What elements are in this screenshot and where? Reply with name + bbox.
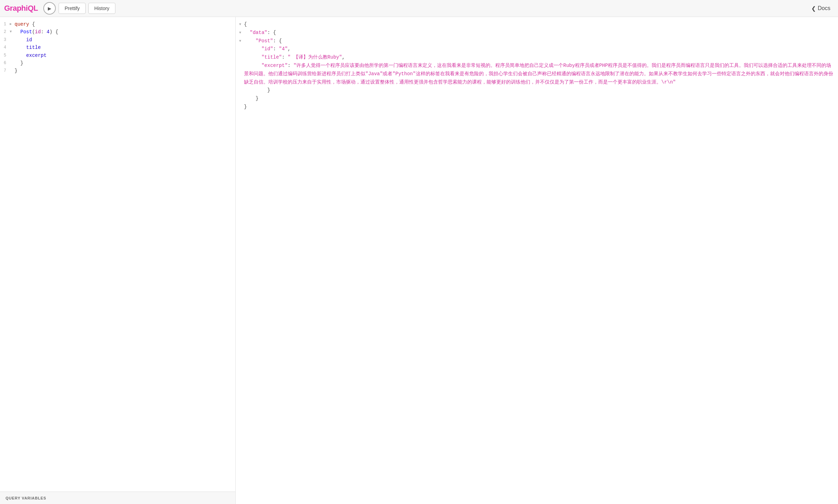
result-content-2: "data": {	[244, 29, 835, 37]
result-line-3: ▼ "Post": {	[236, 37, 838, 45]
fold-6	[10, 59, 15, 60]
app-title: GraphiQL	[4, 4, 38, 13]
query-variables-bar[interactable]: QUERY VARIABLES	[0, 492, 235, 504]
line-num-1: 1	[0, 20, 10, 28]
line-content-2: Post(id: 4) {	[15, 28, 235, 36]
query-variables-label: QUERY VARIABLES	[6, 496, 46, 500]
line-content-5: excerpt	[15, 52, 235, 59]
play-icon: ▶	[48, 6, 51, 11]
result-panel[interactable]: ▼ { ▼ "data": { ▼ "Post": { "id": "4", "…	[236, 17, 838, 504]
fold-4	[10, 44, 15, 45]
result-fold-6	[239, 62, 244, 63]
editor-line-7: 7 }	[0, 67, 235, 75]
result-line-7: }	[236, 86, 838, 95]
result-fold-3[interactable]: ▼	[239, 37, 244, 44]
result-fold-1[interactable]: ▼	[239, 20, 244, 27]
result-content-9: }	[244, 103, 835, 111]
line-content-4: title	[15, 44, 235, 51]
fold-5	[10, 52, 15, 53]
line-content-6: }	[15, 59, 235, 67]
docs-button[interactable]: ❮ Docs	[808, 3, 834, 14]
query-panel: 1 ▶ query { 2 ▼ Post(id: 4) { 3 id 4	[0, 17, 236, 504]
result-content-8: }	[244, 95, 835, 103]
result-content-7: }	[244, 86, 835, 95]
line-num-3: 3	[0, 36, 10, 43]
result-fold-5	[239, 53, 244, 54]
result-fold-2[interactable]: ▼	[239, 29, 244, 36]
result-line-4: "id": "4",	[236, 45, 838, 53]
result-content-5: "title": " 【译】为什么教Ruby",	[244, 53, 835, 62]
result-fold-7	[239, 86, 244, 87]
result-fold-9	[239, 103, 244, 104]
line-num-5: 5	[0, 52, 10, 59]
result-line-9: }	[236, 103, 838, 111]
line-content-1: query {	[15, 20, 235, 28]
main-area: 1 ▶ query { 2 ▼ Post(id: 4) { 3 id 4	[0, 17, 838, 504]
line-content-7: }	[15, 67, 235, 75]
result-content-3: "Post": {	[244, 37, 835, 45]
result-content-4: "id": "4",	[244, 45, 835, 53]
toolbar: GraphiQL ▶ Prettify History ❮ Docs	[0, 0, 838, 17]
fold-3	[10, 36, 15, 37]
history-button[interactable]: History	[88, 3, 115, 14]
result-line-8: }	[236, 95, 838, 103]
docs-label: Docs	[818, 5, 830, 11]
fold-7	[10, 67, 15, 68]
result-fold-4	[239, 45, 244, 46]
result-line-1: ▼ {	[236, 20, 838, 29]
result-fold-8	[239, 95, 244, 96]
line-content-3: id	[15, 36, 235, 44]
line-num-4: 4	[0, 44, 10, 51]
result-line-2: ▼ "data": {	[236, 29, 838, 37]
fold-2[interactable]: ▼	[10, 28, 15, 35]
result-content-6: "excerpt": "许多人觉得一个程序员应该要由他所学的第一门编程语言来定义…	[244, 62, 835, 86]
editor-line-1: 1 ▶ query {	[0, 20, 235, 28]
line-num-2: 2	[0, 28, 10, 35]
line-num-6: 6	[0, 59, 10, 67]
editor-line-4: 4 title	[0, 44, 235, 51]
editor-line-6: 6 }	[0, 59, 235, 67]
result-content-1: {	[244, 20, 835, 29]
prettify-button[interactable]: Prettify	[59, 3, 86, 14]
chevron-left-icon: ❮	[811, 5, 816, 12]
editor-line-3: 3 id	[0, 36, 235, 44]
line-num-7: 7	[0, 67, 10, 74]
run-button[interactable]: ▶	[43, 2, 56, 15]
editor-area[interactable]: 1 ▶ query { 2 ▼ Post(id: 4) { 3 id 4	[0, 17, 235, 492]
result-line-6: "excerpt": "许多人觉得一个程序员应该要由他所学的第一门编程语言来定义…	[236, 62, 838, 86]
editor-line-5: 5 excerpt	[0, 52, 235, 59]
fold-1[interactable]: ▶	[10, 20, 15, 27]
editor-line-2: 2 ▼ Post(id: 4) {	[0, 28, 235, 36]
result-line-5: "title": " 【译】为什么教Ruby",	[236, 53, 838, 62]
